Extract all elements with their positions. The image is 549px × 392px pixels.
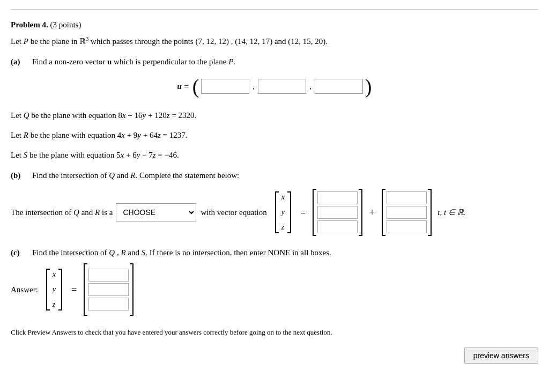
- answer-inputs: [88, 269, 129, 310]
- part-b-label: (b): [11, 171, 32, 180]
- part-a-label: (a): [11, 57, 32, 66]
- direction-matrix: [380, 188, 433, 236]
- ans-z-label: z: [53, 298, 56, 311]
- xyz-matrix: x y z: [273, 191, 293, 234]
- bracket-left-dir: [380, 188, 387, 236]
- point-input-2[interactable]: [317, 206, 358, 219]
- bracket-right-ans-xyz: [57, 268, 64, 311]
- point-input-1[interactable]: [317, 191, 358, 204]
- part-a-input-1[interactable]: [201, 79, 249, 94]
- part-a-input-2[interactable]: [258, 79, 306, 94]
- answer-matrix: [82, 263, 135, 316]
- paren-close: ): [365, 76, 372, 97]
- answer-input-2[interactable]: [88, 283, 129, 296]
- bracket-right-dir: [427, 188, 433, 236]
- with-vector-text: with vector equation: [201, 208, 266, 217]
- comma-1: ,: [253, 82, 255, 91]
- answer-input-3[interactable]: [88, 298, 129, 310]
- point-matrix: [311, 188, 364, 236]
- plane-s-equation: Let S be the plane with equation 5x + 6y…: [11, 148, 538, 162]
- part-c-label: (c): [11, 248, 32, 257]
- intersection-row: The intersection of Q and R is a CHOOSE …: [11, 188, 538, 236]
- point-inputs: [317, 191, 358, 233]
- point-input-3[interactable]: [317, 220, 358, 233]
- t-label: t, t ∈ ℝ.: [437, 208, 465, 217]
- bracket-right-ans: [129, 263, 135, 316]
- dir-input-1[interactable]: [387, 191, 427, 204]
- answer-xyz-matrix: x y z: [44, 268, 64, 311]
- problem-intro: Let P be the plane in ℝ3 which passes th…: [11, 35, 538, 48]
- problem-title: Problem 4. (3 points): [11, 20, 538, 29]
- part-a-input-3[interactable]: [315, 79, 363, 94]
- bracket-left-ans-xyz: [44, 268, 51, 311]
- part-b-instruction: Find the intersection of Q and R. Comple…: [32, 171, 538, 180]
- paren-open: (: [192, 76, 199, 97]
- bracket-left-ans: [82, 263, 88, 316]
- plane-q-equation: Let Q be the plane with equation 8x + 16…: [11, 108, 538, 123]
- bracket-right-point: [358, 188, 364, 236]
- part-a-instruction: Find a non-zero vector u which is perpen…: [32, 57, 538, 66]
- part-c-instruction: Find the intersection of Q , R and S. If…: [32, 248, 538, 257]
- equals-b: =: [300, 207, 306, 218]
- vector-u-label: u =: [177, 82, 189, 91]
- answer-xyz-labels: x y z: [53, 268, 56, 311]
- choose-dropdown[interactable]: CHOOSE point line plane empty set: [116, 203, 196, 221]
- x-label: x: [281, 191, 285, 204]
- dir-input-2[interactable]: [387, 206, 427, 219]
- intersection-prefix: The intersection of Q and R is a: [11, 208, 113, 217]
- z-label: z: [281, 221, 285, 234]
- dir-input-3[interactable]: [387, 220, 427, 233]
- preview-answers-button[interactable]: preview answers: [464, 347, 538, 364]
- bracket-left-point: [311, 188, 317, 236]
- answer-label: Answer:: [11, 285, 38, 294]
- answer-equals: =: [71, 284, 77, 295]
- ans-y-label: y: [53, 283, 56, 296]
- direction-inputs: [387, 191, 427, 233]
- plane-r-equation: Let R be the plane with equation 4x + 9y…: [11, 128, 538, 143]
- bracket-left-svg: [273, 191, 280, 234]
- answer-input-1[interactable]: [88, 269, 129, 282]
- preview-btn-row: preview answers: [11, 347, 538, 364]
- xyz-labels: x y z: [281, 191, 285, 234]
- ans-x-label: x: [53, 268, 56, 281]
- click-note: Click Preview Answers to check that you …: [11, 328, 538, 337]
- part-a-vector-equation: u = ( , , ): [11, 76, 538, 97]
- answer-row: Answer: x y z =: [11, 263, 538, 316]
- comma-2: ,: [309, 82, 311, 91]
- y-label: y: [281, 206, 285, 219]
- bracket-right-xyz-svg: [286, 191, 293, 234]
- plus-sign: +: [369, 207, 375, 218]
